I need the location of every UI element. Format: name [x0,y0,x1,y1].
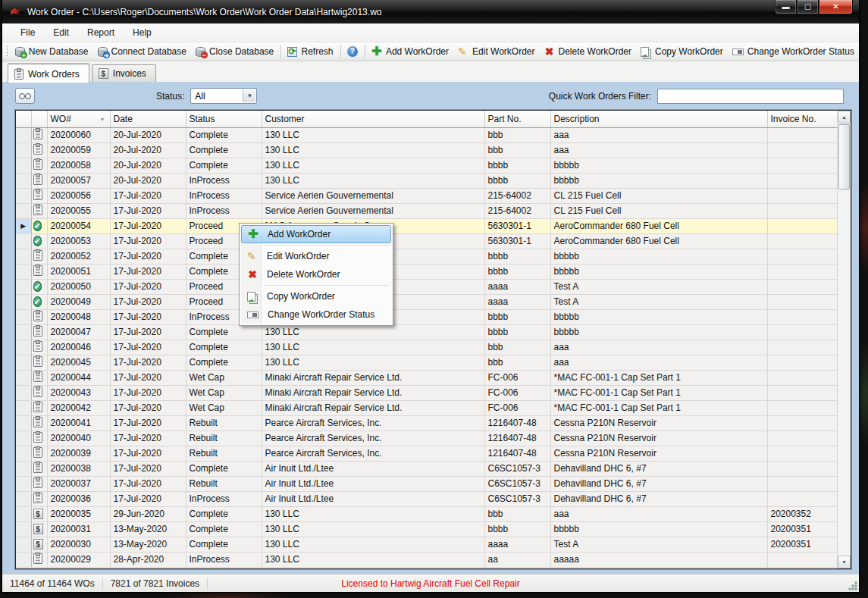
table-row[interactable]: ✔ 20200049 17-Jul-2020 Proceed 130 LLC a… [16,294,838,309]
row-selector[interactable] [16,355,31,370]
column-header-wo[interactable]: WO#▼ [47,111,110,127]
row-selector[interactable] [16,158,31,173]
table-row[interactable]: 20200038 17-Jul-2020 Complete Air Inuit … [16,461,838,476]
row-selector[interactable] [16,461,31,476]
table-row[interactable]: 20200040 17-Jul-2020 Rebuilt Pearce Airc… [16,430,838,446]
cell-customer[interactable]: Service Aerien Gouvernemental [262,203,484,218]
cell-customer[interactable]: Minaki Aircraft Repair Service Ltd. [262,385,484,400]
context-edit-workorder[interactable]: ✎ Edit WorkOrder [241,247,391,265]
row-selector[interactable] [16,279,31,294]
row-selector[interactable] [16,506,31,521]
row-selector[interactable] [16,415,31,430]
scrollbar-thumb[interactable] [838,124,850,189]
row-selector[interactable] [16,476,31,491]
table-row[interactable]: 20200052 17-Jul-2020 Complete 130 LLC bb… [16,249,838,264]
vertical-scrollbar[interactable]: ▲ ▼ [837,111,851,568]
maximize-button[interactable]: ▢ [797,0,819,14]
table-row[interactable]: 20200047 17-Jul-2020 Complete 130 LLC bb… [16,324,838,340]
row-selector[interactable] [16,264,31,279]
scroll-up-icon[interactable]: ▲ [838,111,851,124]
cell-customer[interactable]: 130 LLC [262,142,484,158]
delete-workorder-button[interactable]: ✖ Delete WorkOrder [540,45,636,58]
row-selector[interactable] [16,249,31,264]
table-row[interactable]: 20200057 20-Jul-2020 InProcess 130 LLC b… [16,173,838,188]
column-header-date[interactable]: Date [110,111,186,127]
help-button[interactable]: ? [343,45,362,58]
cell-customer[interactable]: Minaki Aircraft Repair Service Ltd. [262,370,484,385]
cell-customer[interactable]: Air Inuit Ltd./Ltee [262,461,484,476]
change-status-button[interactable]: Change WorkOrder Status [728,45,859,58]
cell-customer[interactable]: 130 LLC [262,537,484,552]
cell-customer[interactable]: Pearce Aircraft Services, Inc. [262,415,484,430]
menu-report[interactable]: Report [80,25,122,40]
table-row[interactable]: 20200055 17-Jul-2020 InProcess Service A… [16,203,838,218]
table-row[interactable]: ▶ ✔ 20200054 17-Jul-2020 Proceed MAC Aer… [16,218,838,233]
row-selector[interactable] [16,340,31,355]
row-selector[interactable] [16,552,31,567]
quick-filter-input[interactable] [657,89,844,104]
menu-help[interactable]: Help [125,25,159,40]
tab-invoices[interactable]: $ Invoices [92,64,156,82]
copy-workorder-button[interactable]: Copy WorkOrder [636,45,728,58]
row-selector[interactable] [16,142,31,158]
context-copy-workorder[interactable]: Copy WorkOrder [241,287,391,305]
table-row[interactable]: 20200045 17-Jul-2020 Complete 130 LLC bb… [16,355,838,370]
menu-edit[interactable]: Edit [45,25,77,40]
cell-customer[interactable]: Service Aerien Gouvernemental [262,188,484,203]
table-row[interactable]: 20200039 17-Jul-2020 Rebuilt Pearce Airc… [16,446,838,461]
row-selector[interactable] [16,446,31,461]
add-workorder-button[interactable]: ✚ Add WorkOrder [367,45,453,58]
column-header-invoice[interactable]: Invoice No. [767,111,838,127]
table-row[interactable]: 20200048 17-Jul-2020 InProcess 130 LLC b… [16,309,838,324]
table-row[interactable]: 20200041 17-Jul-2020 Rebuilt Pearce Airc… [16,415,838,430]
table-row[interactable]: 20200029 28-Apr-2020 InProcess 130 LLC a… [16,552,838,567]
table-row[interactable]: $ 20200035 29-Jun-2020 Complete 130 LLC … [16,506,838,521]
table-row[interactable]: 20200036 17-Jul-2020 InProcess Air Inuit… [16,491,838,506]
row-selector[interactable] [16,309,31,324]
row-selector[interactable] [16,188,31,203]
context-change-status[interactable]: Change WorkOrder Status [241,305,391,324]
row-selector[interactable] [16,203,31,218]
context-delete-workorder[interactable]: ✖ Delete WorkOrder [241,265,391,283]
cell-customer[interactable]: Air Inuit Ltd./Ltee [262,491,484,506]
table-row[interactable]: 20200046 17-Jul-2020 Complete 130 LLC bb… [16,340,838,355]
minimize-button[interactable]: ▬ [775,0,797,14]
refresh-button[interactable]: Refresh [283,45,337,58]
status-filter-dropdown[interactable]: All ▼ [190,88,257,104]
cell-customer[interactable]: 130 LLC [262,355,484,370]
scroll-down-icon[interactable]: ▼ [838,556,851,568]
cell-customer[interactable]: 130 LLC [262,324,484,340]
resize-grip[interactable] [848,581,857,590]
row-selector[interactable] [16,233,31,249]
view-button[interactable] [15,88,35,104]
row-selector[interactable] [16,173,31,188]
table-row[interactable]: $ 20200031 13-May-2020 Complete 130 LLC … [16,521,838,537]
new-database-button[interactable]: + New Database [11,45,93,58]
cell-customer[interactable]: 130 LLC [262,521,484,537]
row-selector[interactable] [16,491,31,506]
table-row[interactable]: 20200042 17-Jul-2020 Wet Cap Minaki Airc… [16,400,838,415]
table-row[interactable]: ✔ 20200050 17-Jul-2020 Proceed 130 LLC a… [16,279,838,294]
table-row[interactable]: $ 20200030 13-May-2020 Complete 130 LLC … [16,537,838,552]
table-row[interactable]: ✔ 20200053 17-Jul-2020 Proceed MAC Aeros… [16,233,838,249]
cell-customer[interactable]: 130 LLC [262,340,484,355]
menu-file[interactable]: File [13,25,42,40]
cell-customer[interactable]: 130 LLC [262,158,484,173]
cell-customer[interactable]: Minaki Aircraft Repair Service Ltd. [262,400,484,415]
table-row[interactable]: 20200044 17-Jul-2020 Wet Cap Minaki Airc… [16,370,838,385]
table-row[interactable]: 20200058 20-Jul-2020 Complete 130 LLC bb… [16,158,838,173]
row-selector[interactable] [16,127,31,142]
row-selector[interactable] [16,370,31,385]
close-database-button[interactable]: − Close Database [191,45,278,58]
row-selector[interactable] [16,294,31,309]
connect-database-button[interactable]: ➜ Connect Database [93,45,191,58]
row-selector[interactable] [16,521,31,537]
row-selector[interactable] [16,537,31,552]
row-selector[interactable] [16,430,31,446]
edit-workorder-button[interactable]: ✎ Edit WorkOrder [453,45,539,58]
row-selector[interactable] [16,385,31,400]
column-header-description[interactable]: Description [550,111,767,127]
table-row[interactable]: 20200056 17-Jul-2020 InProcess Service A… [16,188,838,203]
table-row[interactable]: 20200043 17-Jul-2020 Wet Cap Minaki Airc… [16,385,838,400]
cell-customer[interactable]: 130 LLC [262,552,484,567]
